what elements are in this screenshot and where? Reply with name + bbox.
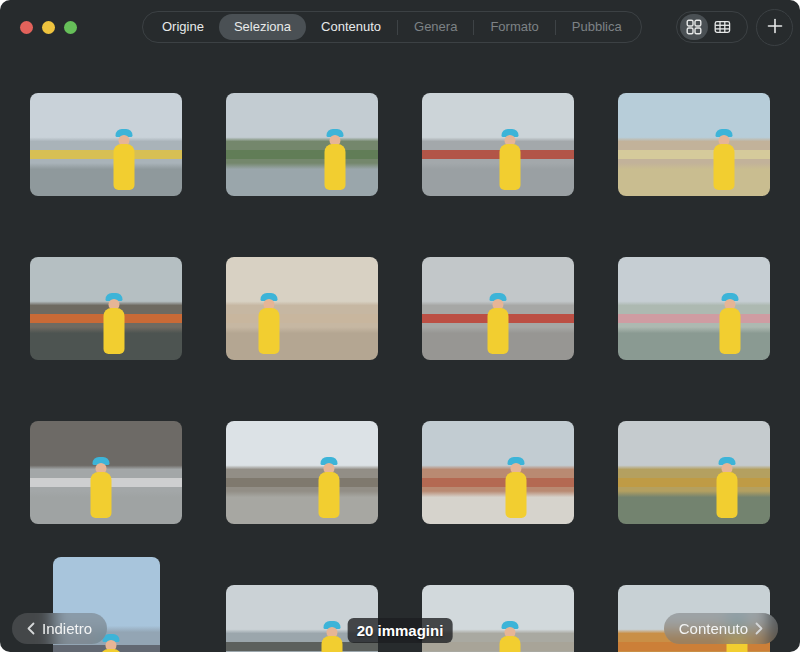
subject-figure [488,293,509,354]
zoom-button[interactable] [64,21,77,34]
tab-genera: Genera [399,14,472,40]
tab-origine[interactable]: Origine [147,14,219,40]
next-button-label: Contenuto [679,620,748,637]
photo-grid [30,93,770,652]
separator [397,20,398,35]
plus-icon [767,18,783,37]
chevron-right-icon [755,622,763,635]
subject-figure [91,457,112,518]
subject-figure [717,457,738,518]
image-count-badge: 20 immagini [348,618,453,643]
close-button[interactable] [20,21,33,34]
toolbar: Origine Seleziona Contenuto Genera Forma… [0,0,800,56]
next-button[interactable]: Contenuto [664,613,778,644]
photo-thumbnail[interactable] [422,421,574,524]
subject-figure [325,129,346,190]
subject-figure [319,457,340,518]
tab-contenuto[interactable]: Contenuto [306,14,396,40]
tab-seleziona[interactable]: Seleziona [219,14,306,40]
photo-thumbnail[interactable] [226,257,378,360]
subject-figure [714,129,735,190]
photo-thumbnail[interactable] [226,421,378,524]
grid-view-icon [686,19,702,35]
separator [555,20,556,35]
app-window: Origine Seleziona Contenuto Genera Forma… [0,0,800,652]
photo-thumbnail[interactable] [30,421,182,524]
photo-thumbnail[interactable] [618,257,770,360]
subject-figure [322,621,343,652]
subject-figure [720,293,741,354]
window-controls [20,21,77,34]
subject-figure [500,621,521,652]
subject-figure [103,293,124,354]
workflow-steps: Origine Seleziona Contenuto Genera Forma… [142,11,642,43]
subject-figure [114,129,135,190]
photo-thumbnail[interactable] [226,93,378,196]
subject-figure [506,457,527,518]
table-view-icon [714,19,731,35]
add-button[interactable] [756,9,793,46]
table-view-button[interactable] [708,14,736,40]
photo-thumbnail[interactable] [422,257,574,360]
subject-figure [258,293,279,354]
photo-thumbnail[interactable] [30,257,182,360]
chevron-left-icon [27,622,35,635]
photo-thumbnail[interactable] [30,93,182,196]
back-button-label: Indietro [42,620,92,637]
photo-thumbnail[interactable] [618,421,770,524]
subject-figure [500,129,521,190]
separator [473,20,474,35]
view-toggle [676,11,748,43]
grid-view-button[interactable] [680,14,708,40]
photo-thumbnail[interactable] [618,93,770,196]
back-button[interactable]: Indietro [12,613,107,644]
image-count-label: 20 immagini [357,622,444,639]
minimize-button[interactable] [42,21,55,34]
tab-formato: Formato [475,14,553,40]
tab-pubblica: Pubblica [557,14,637,40]
photo-thumbnail[interactable] [422,93,574,196]
